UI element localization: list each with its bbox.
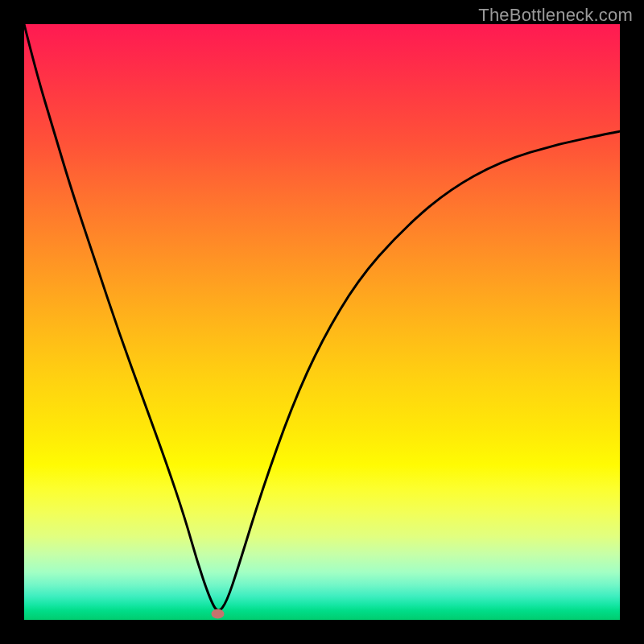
curve-svg <box>24 24 620 620</box>
bottleneck-curve <box>24 24 620 610</box>
watermark-text: TheBottleneck.com <box>478 5 633 26</box>
plot-area <box>24 24 620 620</box>
vertex-marker <box>212 609 225 619</box>
chart-frame: TheBottleneck.com <box>0 0 644 644</box>
